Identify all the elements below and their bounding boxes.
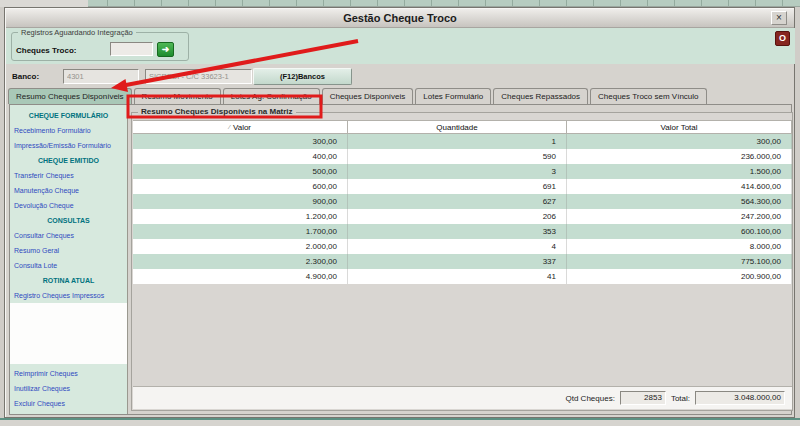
- cell-quantidade: 691: [348, 179, 567, 194]
- sidebar: CHEQUE FORMULÁRIORecebimento FormulárioI…: [10, 105, 128, 414]
- total-label: Total:: [671, 394, 690, 403]
- sidebar-item-recebimento-formulario[interactable]: Recebimento Formulário: [10, 123, 127, 138]
- sidebar-top-section: CHEQUE FORMULÁRIORecebimento FormulárioI…: [10, 105, 127, 303]
- cell-quantidade: 337: [348, 254, 567, 269]
- tab-lotes-formulario[interactable]: Lotes Formulário: [415, 88, 491, 104]
- background-toolbar-strip: [0, 0, 800, 7]
- f12-bancos-button[interactable]: (F12)Bancos: [253, 68, 352, 85]
- background-toolbar-left: [0, 0, 88, 7]
- table-row[interactable]: 300,001300,00: [133, 134, 792, 149]
- bank-account-field: [145, 69, 252, 84]
- tab-cheques-repassados[interactable]: Cheques Repassados: [493, 88, 588, 104]
- tab-resumo-cheques-disponiveis[interactable]: Resumo Cheques Disponíveis: [8, 88, 132, 104]
- cell-valor: 400,00: [133, 149, 348, 164]
- groupbox-title: Resumo Cheques Disponíveis na Matriz: [138, 107, 296, 116]
- tab-lotes-ag-confirmacao[interactable]: Lotes Ag. Confirmação: [223, 88, 320, 104]
- close-icon[interactable]: ×: [771, 11, 787, 25]
- cell-quantidade: 206: [348, 209, 567, 224]
- cell-valor-total: 236.000,00: [567, 149, 792, 164]
- cell-quantidade: 4: [348, 239, 567, 254]
- groupbox-legend: Registros Aguardando Integração: [18, 28, 136, 37]
- sidebar-item-registro-cheques-impressos[interactable]: Registro Cheques Impressos: [10, 288, 127, 303]
- cell-valor: 500,00: [133, 164, 348, 179]
- column-label: Valor Total: [660, 123, 697, 132]
- go-arrow-icon[interactable]: ➜: [157, 42, 174, 57]
- column-header-valor-total[interactable]: Valor Total: [567, 121, 792, 134]
- cell-valor-total: 414.600,00: [567, 179, 792, 194]
- cell-valor: 900,00: [133, 194, 348, 209]
- cell-valor-total: 1.500,00: [567, 164, 792, 179]
- background-bottom-edge: [0, 418, 800, 426]
- sidebar-item-inutilizar-cheques[interactable]: Inutilizar Cheques: [10, 381, 127, 396]
- totals-bar: Qtd Cheques: 2853 Total: 3.048.000,00: [133, 386, 792, 409]
- sidebar-item-devolucao-cheque[interactable]: Devolução Cheque: [10, 198, 127, 213]
- registros-aguardando-groupbox: Registros Aguardando Integração Cheques …: [11, 32, 189, 61]
- banco-label: Banco:: [12, 72, 39, 81]
- red-status-icon[interactable]: O: [775, 31, 790, 46]
- cell-valor: 4.900,00: [133, 269, 348, 284]
- cell-quantidade: 590: [348, 149, 567, 164]
- sidebar-item-impressao-emissao-formulario[interactable]: Impressão/Emissão Formulário: [10, 138, 127, 153]
- table-header-row: ∕ValorQuantidadeValor Total: [133, 120, 792, 134]
- resumo-matriz-groupbox: Resumo Cheques Disponíveis na Matriz ∕Va…: [131, 112, 793, 411]
- tab-cheques-disponiveis[interactable]: Cheques Disponíveis: [322, 88, 414, 104]
- cell-quantidade: 627: [348, 194, 567, 209]
- cell-valor: 300,00: [133, 134, 348, 149]
- title-bar: Gestão Cheque Troco: [6, 9, 794, 28]
- sidebar-item-manutencao-cheque[interactable]: Manutenção Cheque: [10, 183, 127, 198]
- sidebar-header-cheque-formulario: CHEQUE FORMULÁRIO: [10, 108, 127, 123]
- sidebar-header-consultas: CONSULTAS: [10, 213, 127, 228]
- qtd-cheques-label: Qtd Cheques:: [566, 394, 615, 403]
- cell-valor: 2.300,00: [133, 254, 348, 269]
- table-row[interactable]: 400,00590236.000,00: [133, 149, 792, 164]
- cheques-troco-input[interactable]: [110, 42, 153, 56]
- screen: { "window": { "title": "Gestão Cheque Tr…: [0, 0, 800, 426]
- total-value: 3.048.000,00: [695, 391, 785, 405]
- cell-valor-total: 564.300,00: [567, 194, 792, 209]
- cell-valor: 2.000,00: [133, 239, 348, 254]
- cell-quantidade: 353: [348, 224, 567, 239]
- table-row[interactable]: 1.200,00206247.200,00: [133, 209, 792, 224]
- column-header-valor[interactable]: ∕Valor: [133, 121, 348, 134]
- sidebar-item-consultar-cheques[interactable]: Consultar Cheques: [10, 228, 127, 243]
- sidebar-item-transferir-cheques[interactable]: Transferir Cheques: [10, 168, 127, 183]
- sidebar-header-rotina-atual: ROTINA ATUAL: [10, 273, 127, 288]
- tab-bar: Resumo Cheques DisponíveisResumo Movimen…: [8, 88, 709, 104]
- sidebar-item-reimprimir-cheques[interactable]: Reimprimir Cheques: [10, 366, 127, 381]
- resumo-table: ∕ValorQuantidadeValor Total 300,001300,0…: [133, 120, 792, 284]
- content-panel: CHEQUE FORMULÁRIORecebimento FormulárioI…: [9, 104, 792, 415]
- column-label: Quantidade: [436, 123, 477, 132]
- tab-resumo-movimento[interactable]: Resumo Movimento: [134, 88, 221, 104]
- sidebar-item-resumo-geral[interactable]: Resumo Geral: [10, 243, 127, 258]
- cell-valor-total: 8.000,00: [567, 239, 792, 254]
- cell-valor-total: 775.100,00: [567, 254, 792, 269]
- column-header-quantidade[interactable]: Quantidade: [348, 121, 567, 134]
- table-row[interactable]: 4.900,0041200.900,00: [133, 269, 792, 284]
- table-row[interactable]: 600,00691414.600,00: [133, 179, 792, 194]
- cell-valor: 600,00: [133, 179, 348, 194]
- cell-valor-total: 300,00: [567, 134, 792, 149]
- table-row[interactable]: 1.700,00353600.100,00: [133, 224, 792, 239]
- gestao-cheque-troco-window: Gestão Cheque Troco × Registros Aguardan…: [4, 7, 795, 418]
- sidebar-spacer: [10, 303, 127, 364]
- sidebar-item-excluir-cheques[interactable]: Excluir Cheques: [10, 396, 127, 411]
- qtd-cheques-value: 2853: [620, 391, 666, 405]
- bank-code-field: [63, 69, 139, 84]
- cell-quantidade: 41: [348, 269, 567, 284]
- table-row[interactable]: 900,00627564.300,00: [133, 194, 792, 209]
- sidebar-header-cheque-emitido: CHEQUE EMITIDO: [10, 153, 127, 168]
- integration-panel: Registros Aguardando Integração Cheques …: [6, 28, 795, 64]
- table-row[interactable]: 2.000,0048.000,00: [133, 239, 792, 254]
- cell-quantidade: 3: [348, 164, 567, 179]
- cell-valor-total: 247.200,00: [567, 209, 792, 224]
- table-row[interactable]: 500,0031.500,00: [133, 164, 792, 179]
- cell-valor-total: 600.100,00: [567, 224, 792, 239]
- cheques-troco-label: Cheques Troco:: [16, 46, 76, 55]
- sidebar-bottom-section: Reimprimir ChequesInutilizar ChequesExcl…: [10, 364, 127, 414]
- tab-cheques-troco-sem-vinculo[interactable]: Cheques Troco sem Vínculo: [590, 88, 707, 104]
- column-label: Valor: [233, 123, 251, 132]
- sidebar-item-consulta-lote[interactable]: Consulta Lote: [10, 258, 127, 273]
- table-row[interactable]: 2.300,00337775.100,00: [133, 254, 792, 269]
- cell-valor-total: 200.900,00: [567, 269, 792, 284]
- cell-valor: 1.700,00: [133, 224, 348, 239]
